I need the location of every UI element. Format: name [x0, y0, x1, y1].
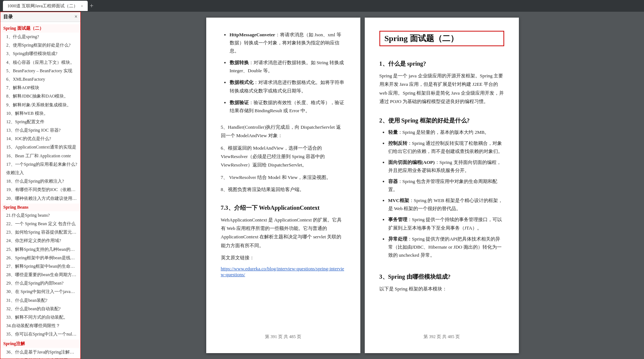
toc-item-9[interactable]: 9、解释对象/关系映射集成模块。: [0, 101, 80, 109]
main-area: 目录 × Spring 面试题（二）1、什么是spring?2、使用Spring…: [0, 12, 644, 359]
bullet-item: 数据转换：对请求消息进行数据转换。如 String 转换成 Integer、Do…: [230, 59, 346, 75]
toc-item-8[interactable]: 8、解释JDBC抽象和DAO模块。: [0, 92, 80, 100]
toc-item-32[interactable]: 32、什么是bean的自动装配?: [0, 305, 80, 313]
q3-content: 以下是 Spring 框架的基本模块：: [379, 285, 504, 293]
toc-item-35[interactable]: 35、你可以在Spring中注入一个null 和: [0, 330, 80, 338]
feature-item: 控制反转：Spring 通过控制反转实现了松散耦合，对象们给出它们的依赖，而不是…: [388, 139, 504, 155]
section73-content: WebApplicationContext 是 ApplicationConte…: [221, 216, 346, 250]
q3-title: 3、Spring 由哪些模块组成?: [379, 273, 504, 281]
page-title: Spring 面试题（二）: [385, 33, 499, 44]
sidebar-toc: 目录 × Spring 面试题（二）1、什么是spring?2、使用Spring…: [0, 12, 81, 359]
page-footer-391: 第 391 页 共 485 页: [221, 328, 346, 340]
tab-label: 1000道 互联网Java工程师面试（二）: [7, 3, 78, 9]
toc-item-22[interactable]: 22、一个 Spring Bean 定义 包含什么: [0, 220, 80, 228]
page-391: HttpMessageConveter：将请求消息（如 Json、xml 等数据…: [206, 18, 360, 353]
toc-item-2[interactable]: 2、使用Spring框架的好处是什么?: [0, 41, 80, 50]
toc-item-7[interactable]: 7、解释AOP模块: [0, 84, 80, 92]
page-footer-392: 第 392 页 共 485 页: [379, 328, 504, 340]
toc-item-27[interactable]: 27、解释Spring框架中bean的生命周期: [0, 262, 80, 271]
toc-item-1[interactable]: 1、什么是spring?: [0, 33, 80, 41]
toc-item-17[interactable]: 17、一个Spring的应用看起来象什么?: [0, 160, 80, 169]
feature-item: MVC框架：Spring 的 WEB 框架是个精心设计的框架，是 Web 框架的…: [388, 197, 504, 213]
tab-close-button[interactable]: ×: [81, 4, 83, 8]
sidebar-header: 目录 ×: [0, 12, 80, 22]
toc-title: 目录: [3, 14, 13, 20]
toc-item-25[interactable]: 25、解释Spring支持的几种bean的作用: [0, 245, 80, 254]
step5-text: 5、Handler(Controller)执行完成后，向 DispatcherS…: [221, 123, 346, 140]
toc-item-16[interactable]: 16、Bean 工厂和 Application conte: [0, 152, 80, 160]
toc-item-36[interactable]: 36、什么是基于Java的Spring注解配置?: [0, 348, 80, 356]
toc-item-29[interactable]: 29、什么是Spring的内部bean?: [0, 279, 80, 287]
page-title-box: Spring 面试题（二）: [379, 31, 504, 46]
toc-item-dep[interactable]: 依赖注入: [0, 169, 80, 177]
toc-item-15[interactable]: 15、ApplicationContext通常的实现是: [0, 143, 80, 151]
page-container: HttpMessageConveter：将请求消息（如 Json、xml 等数据…: [81, 12, 644, 359]
toc-item-13[interactable]: 13、什么是Spring IOC 容器?: [0, 126, 80, 135]
feature-item: 事务管理：Spring 提供一个持续的事务管理接口，可以扩展到上至本地事务下至全…: [388, 216, 504, 232]
toc-list: Spring 面试题（二）1、什么是spring?2、使用Spring框架的好处…: [0, 22, 80, 359]
toc-item-spring-section[interactable]: Spring 面试题（二）: [0, 24, 80, 33]
feature-item: 容器：Spring 包含并管理应用中对象的生命周期和配置。: [388, 177, 504, 194]
section73-title: 7.3、介绍一下 WebApplicationContext: [221, 204, 346, 212]
toc-item-34[interactable]: 34.自动装配有哪些局限性？: [0, 322, 80, 330]
toc-item-20[interactable]: 20、哪种依赖注入方式你建议使用，构: [0, 194, 80, 203]
toc-item-spring-beans[interactable]: Spring Beans: [0, 204, 80, 211]
toc-item-19[interactable]: 19、有哪些不同类型的IOC（依赖注入）: [0, 186, 80, 194]
bullet-item: HttpMessageConveter：将请求消息（如 Json、xml 等数据…: [230, 31, 346, 55]
step8-text: 8、视图负责将渲染结果返回给客户端。: [221, 185, 346, 194]
page-number-391: 第 391 页 共 485 页: [265, 334, 301, 339]
toc-item-12[interactable]: 12、Spring配置文件: [0, 118, 80, 126]
toc-item-spring-anno[interactable]: Spring注解: [0, 340, 80, 348]
toc-item-31[interactable]: 31、什么是bean装配?: [0, 296, 80, 305]
tab-bar: 1000道 互联网Java工程师面试（二） × +: [0, 0, 644, 12]
toc-item-14[interactable]: 14、IOC的优点是什么?: [0, 135, 80, 143]
q2-title: 2、使用 Spring 框架的好处是什么?: [379, 117, 504, 125]
bullet-item: 数据根式化：对请求消息进行数据格式化。如将字符串转换成格式化数字或格式化日期等。: [230, 78, 346, 95]
toc-item-23[interactable]: 23、如何给Spring 容器提供配置元数据: [0, 228, 80, 237]
bullet-list-left: HttpMessageConveter：将请求消息（如 Json、xml 等数据…: [221, 31, 346, 118]
bullet-item: 数据验证：验证数据的有效性（长度、格式等），验证结果存储到 BindingRes…: [230, 99, 346, 115]
toc-item-5[interactable]: 5、BeanFactory – BeanFactory 实现: [0, 67, 80, 75]
new-tab-button[interactable]: +: [90, 3, 94, 9]
q1-title: 1、什么是 spring?: [379, 60, 504, 68]
toc-item-28[interactable]: 28、哪些是重要的bean生命周期方法?: [0, 271, 80, 279]
toc-item-18[interactable]: 18、什么是Spring的依赖注入?: [0, 177, 80, 186]
toc-item-3[interactable]: 3、Spring由哪些模块组成?: [0, 50, 80, 58]
sidebar-close-button[interactable]: ×: [74, 14, 77, 20]
toc-item-37[interactable]: 37、什么是基于注解的容器配置?: [0, 356, 80, 359]
toc-item-24[interactable]: 24、你怎样定义类的作用域?: [0, 237, 80, 245]
document-area: HttpMessageConveter：将请求消息（如 Json、xml 等数据…: [81, 12, 644, 359]
toc-item-21[interactable]: 21.什么是Spring beans?: [0, 211, 80, 220]
toc-item-4[interactable]: 4、核心容器（应用上下文）模块。: [0, 58, 80, 67]
link-prefix: 英文原文链接：: [221, 253, 346, 262]
main-tab[interactable]: 1000道 互联网Java工程师面试（二） ×: [3, 1, 88, 11]
toc-item-10[interactable]: 10、解释WEB 模块。: [0, 109, 80, 118]
toc-item-30[interactable]: 30、在 Spring中如何注入一个java集合: [0, 287, 80, 296]
external-link[interactable]: https://www.edureka.co/blog/interview-qu…: [221, 266, 346, 278]
toc-item-26[interactable]: 26、Spring框架中的单例bean是线程安: [0, 254, 80, 262]
feature-item: 面向切面的编程(AOP)：Spring 支持面向切面的编程，并且把应用业务逻辑和…: [388, 158, 504, 175]
step7-text: 7、 ViewResolver 结合 Model 和 View，来渲染视图。: [221, 173, 346, 182]
page-392: Spring 面试题（二） 1、什么是 spring? Spring 是一个 j…: [365, 18, 519, 353]
feature-item: 轻量：Spring 是轻量的，基本的版本大约 2MB。: [388, 128, 504, 136]
step6-text: 6、根据返回的 ModelAndView，选择一个适合的 ViewResolve…: [221, 144, 346, 169]
q1-content: Spring 是一个 java 企业级应用的开源开发框架。Spring 主要用来…: [379, 72, 504, 106]
toc-item-33[interactable]: 33、解释不同方式的自动装配。: [0, 313, 80, 322]
page-number-392: 第 392 页 共 485 页: [423, 334, 460, 339]
feature-item: 异常处理：Spring 提供方便的API把具体技术相关的异常（比如由JDBC、H…: [388, 235, 504, 259]
toc-item-6[interactable]: 6、XMLBeanFactory: [0, 75, 80, 84]
feature-list: 轻量：Spring 是轻量的，基本的版本大约 2MB。控制反转：Spring 通…: [379, 128, 504, 262]
